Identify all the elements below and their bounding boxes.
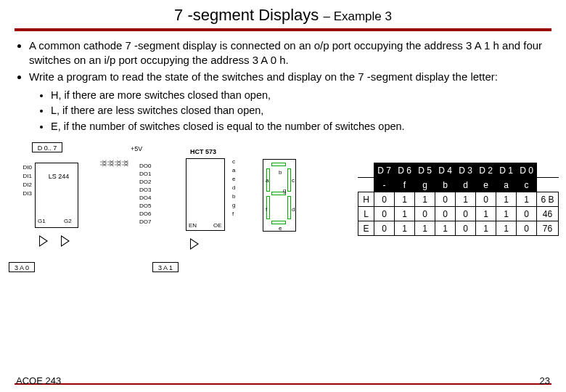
circuit-input-block: D 0.. 7 +5V LS 244 DI0 DI1 DI2 DI3 G1 G2… — [7, 142, 160, 277]
label-3a0: 3 A 0 — [9, 262, 35, 272]
th-d7: D 7 — [374, 163, 395, 178]
pin-di0: DI0 — [19, 164, 32, 171]
pin-do0: DO0 — [139, 163, 157, 169]
lbl-g: g — [283, 187, 286, 194]
hct573-box — [186, 158, 225, 231]
pin-di1: DI1 — [19, 173, 32, 179]
table-row: E 0 1 1 1 0 1 1 0 76 — [358, 221, 559, 236]
th-d4: D 4 — [435, 163, 456, 178]
pin-g1: G1 — [38, 218, 46, 224]
segment-a — [271, 163, 286, 166]
slide-title: 7 -segment Displays – Example 3 — [0, 0, 566, 26]
table-row: L 0 1 0 0 0 1 1 0 46 — [358, 207, 559, 221]
footer-rule — [15, 383, 551, 385]
th-d6: D 6 — [395, 163, 415, 178]
segment-c — [287, 196, 291, 219]
row-hex-l: 46 — [537, 207, 559, 221]
seg-wire-g: g — [232, 202, 235, 208]
row-label-l: L — [358, 207, 374, 221]
pin-do7: DO7 — [139, 219, 157, 225]
subbullet-2: L, if there are less switches closed tha… — [51, 104, 550, 118]
label-ls244: LS 244 — [44, 171, 74, 181]
label-d07: D 0.. 7 — [32, 142, 62, 152]
seg-wire-a: a — [232, 167, 235, 173]
pin-do4: DO4 — [139, 195, 157, 201]
resistor-icon: ᛡᛡ — [121, 160, 129, 166]
table-row: H 0 1 1 0 1 0 1 1 6 B — [358, 192, 559, 207]
label-3a1: 3 A 1 — [152, 262, 179, 272]
th-d5: D 5 — [415, 163, 435, 178]
lbl-c: c — [292, 177, 295, 184]
pin-do6: DO6 — [139, 211, 157, 217]
label-5v: +5V — [131, 145, 142, 152]
row-hex-h: 6 B — [537, 192, 559, 207]
bullet-2: Write a program to read the state of the… — [29, 70, 550, 84]
label-hct573: HCT 573 — [190, 148, 216, 155]
pin-do2: DO2 — [139, 179, 157, 185]
circuit-latch-block: HCT 573 EN OE c a e d b g f — [164, 142, 251, 251]
title-sub: – Example 3 — [323, 9, 392, 23]
pin-di2: DI2 — [19, 181, 32, 188]
segment-b — [287, 168, 291, 192]
title-main: 7 -segment Displays — [174, 6, 319, 24]
th-seg-f: f — [395, 178, 415, 192]
segment-d — [271, 221, 286, 224]
buffer-icon — [61, 235, 70, 247]
row-label-h: H — [358, 192, 374, 207]
row-label-e: E — [358, 221, 374, 236]
seg-wire-b: b — [232, 193, 235, 200]
lbl-a: a — [266, 177, 268, 184]
th-seg-a: a — [496, 178, 517, 192]
pin-di3: DI3 — [19, 190, 32, 197]
lbl-d: d — [292, 206, 295, 213]
encoding-table-wrap: D 7 D 6 D 5 D 4 D 3 D 2 D 1 D 0 - f g b — [358, 163, 559, 236]
lbl-e: e — [279, 225, 282, 232]
buffer-icon — [190, 238, 199, 250]
th-seg-b: b — [435, 178, 456, 192]
seg-wire-e: e — [232, 176, 235, 182]
subbullet-1: H, if there are more switches closed tha… — [51, 89, 550, 103]
seg-wire-f: f — [232, 211, 234, 217]
th-seg-dash: - — [374, 178, 395, 192]
pin-en: EN — [189, 222, 197, 229]
footer-right: 23 — [540, 375, 550, 386]
th-seg-e: e — [476, 178, 496, 192]
pin-do5: DO5 — [139, 203, 157, 209]
seg-wire-c: c — [232, 158, 235, 165]
subbullet-3: E, if the number of switches closed is e… — [51, 120, 550, 134]
th-d1: D 1 — [496, 163, 517, 178]
th-d0: D 0 — [517, 163, 537, 178]
pin-g2: G2 — [64, 218, 72, 224]
lower-row: D 0.. 7 +5V LS 244 DI0 DI1 DI2 DI3 G1 G2… — [0, 135, 566, 277]
th-d3: D 3 — [456, 163, 476, 178]
lbl-f: f — [266, 206, 267, 213]
th-seg-g: g — [415, 178, 435, 192]
footer-left: ACOE 243 — [16, 375, 61, 386]
seg-wire-d: d — [232, 184, 235, 191]
bullet-1: A common cathode 7 -segment display is c… — [29, 38, 550, 68]
th-seg-d: d — [456, 178, 476, 192]
th-d2: D 2 — [476, 163, 496, 178]
body-text: A common cathode 7 -segment display is c… — [0, 38, 566, 134]
pin-do3: DO3 — [139, 187, 157, 193]
row-hex-e: 76 — [537, 221, 559, 236]
footer: ACOE 243 23 — [0, 383, 566, 385]
th-seg-c: c — [517, 178, 537, 192]
lbl-b: b — [279, 169, 282, 176]
encoding-table: D 7 D 6 D 5 D 4 D 3 D 2 D 1 D 0 - f g b — [358, 163, 559, 236]
pin-oe: OE — [213, 222, 222, 229]
title-rule — [15, 28, 551, 31]
buffer-icon — [39, 235, 48, 247]
pin-do1: DO1 — [139, 171, 157, 177]
seven-segment-icon: a b c d e f g — [255, 155, 306, 239]
